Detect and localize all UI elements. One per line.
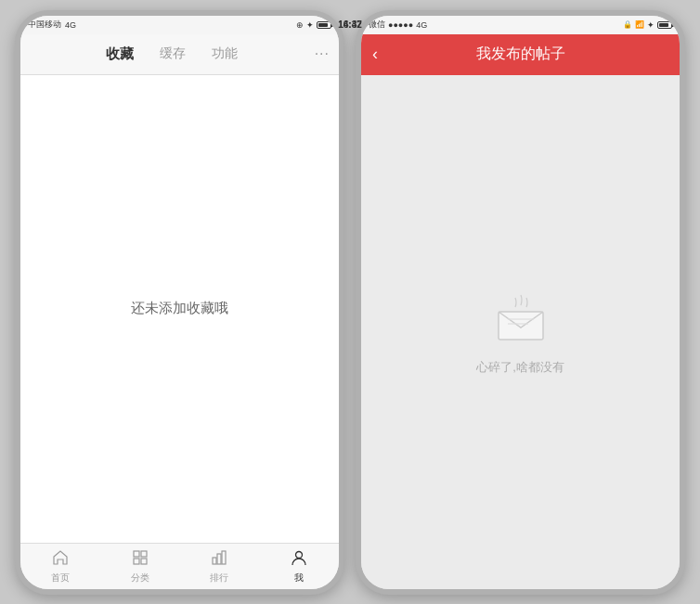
back-button[interactable]: ‹ xyxy=(372,45,378,64)
nav-bar-right: ‹ 我发布的帖子 xyxy=(361,34,680,75)
right-phone: 微信 ●●●●● 4G 16:47 🔒 📶 ✦ ‹ 我发布的帖子 xyxy=(356,10,685,595)
battery-left xyxy=(317,21,331,29)
gps-icon-left: ⊕ xyxy=(296,20,304,30)
svg-rect-5 xyxy=(217,554,221,564)
tab-category[interactable]: 分类 xyxy=(100,544,180,589)
empty-illustration xyxy=(487,289,554,348)
tab-cache[interactable]: 缓存 xyxy=(147,45,199,62)
svg-rect-1 xyxy=(141,551,147,557)
svg-rect-4 xyxy=(213,558,216,564)
network-left: 4G xyxy=(65,20,76,30)
nav-tabs-left: 收藏 缓存 功能 xyxy=(30,45,315,63)
tab-function[interactable]: 功能 xyxy=(199,45,251,62)
network-right: 4G xyxy=(416,20,427,30)
tab-home-label: 首页 xyxy=(51,572,70,585)
tab-bar-left: 首页 分类 排行 xyxy=(20,543,339,589)
content-area-right: 心碎了,啥都没有 xyxy=(361,75,680,589)
battery-right xyxy=(657,21,672,29)
empty-message-left: 还未添加收藏哦 xyxy=(131,300,228,317)
more-button[interactable]: ··· xyxy=(315,45,330,62)
svg-rect-2 xyxy=(134,559,139,564)
status-bar-left: 中国移动 4G 14:32 ⊕ ✦ xyxy=(20,16,339,34)
status-bar-right: 微信 ●●●●● 4G 16:47 🔒 📶 ✦ xyxy=(361,16,680,34)
tab-ranking-label: 排行 xyxy=(210,572,228,585)
svg-rect-0 xyxy=(134,551,139,557)
page-title-right: 我发布的帖子 xyxy=(476,45,565,64)
wechat-label: 微信 xyxy=(369,19,385,31)
empty-message-right: 心碎了,啥都没有 xyxy=(476,359,564,376)
tab-me-label: 我 xyxy=(294,572,304,585)
bt-icon-right: ✦ xyxy=(647,20,655,30)
tab-favorites[interactable]: 收藏 xyxy=(93,45,147,63)
nav-bar-left: 收藏 缓存 功能 ··· xyxy=(20,34,339,75)
signal-right: ●●●●● xyxy=(388,20,413,30)
svg-rect-3 xyxy=(141,559,147,564)
bluetooth-icon-left: ✦ xyxy=(306,20,314,30)
tab-me[interactable]: 我 xyxy=(259,544,339,589)
home-icon xyxy=(51,548,70,570)
lock-icon-right: 🔒 xyxy=(623,20,632,29)
category-icon xyxy=(131,548,149,570)
left-phone: 中国移动 4G 14:32 ⊕ ✦ 收藏 缓存 功能 ··· 还未添加收藏哦 xyxy=(15,10,344,595)
ranking-icon xyxy=(210,548,228,570)
content-area-left: 还未添加收藏哦 xyxy=(20,75,339,543)
tab-ranking[interactable]: 排行 xyxy=(180,544,260,589)
wifi-icon-right: 📶 xyxy=(635,20,644,29)
svg-rect-6 xyxy=(222,551,226,564)
svg-point-7 xyxy=(296,551,303,558)
time-right: 16:47 xyxy=(356,19,362,30)
tab-category-label: 分类 xyxy=(131,572,149,585)
me-icon xyxy=(290,548,308,570)
carrier-left: 中国移动 xyxy=(28,19,61,31)
tab-home[interactable]: 首页 xyxy=(20,544,100,589)
